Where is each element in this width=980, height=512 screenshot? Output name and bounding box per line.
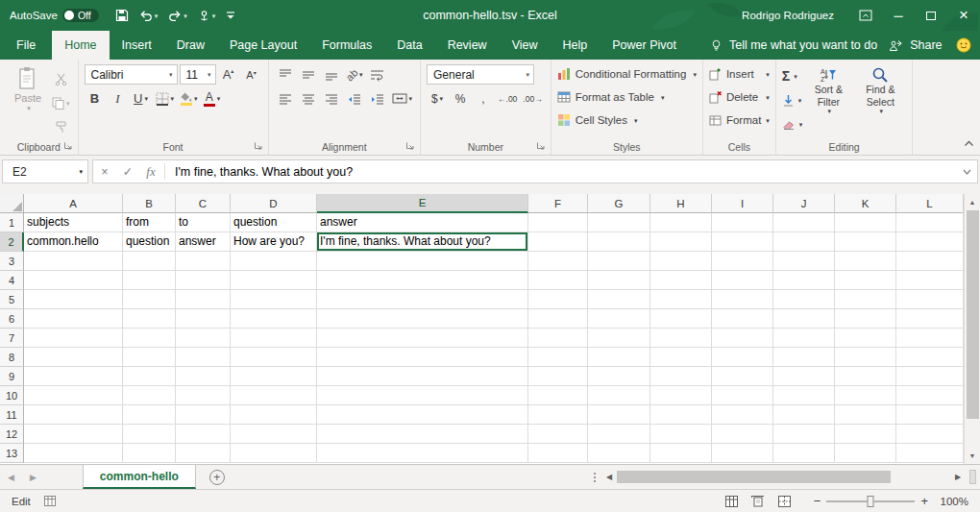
column-header-D[interactable]: D: [231, 194, 317, 213]
cell-C2[interactable]: answer: [176, 232, 231, 252]
zoom-slider[interactable]: [826, 500, 915, 502]
undo-button[interactable]: ▾: [135, 6, 163, 26]
cell-A1[interactable]: subjects: [24, 213, 123, 232]
cell-E4[interactable]: [317, 271, 528, 290]
scroll-up-button[interactable]: ▲: [965, 194, 980, 210]
cell-C7[interactable]: [176, 329, 231, 348]
cell-G2[interactable]: [588, 232, 650, 252]
cell-styles-button[interactable]: Cell Styles ▾: [557, 109, 697, 132]
column-header-I[interactable]: I: [712, 194, 773, 213]
cell-I1[interactable]: [712, 213, 773, 232]
scroll-down-button[interactable]: ▼: [965, 448, 980, 464]
zoom-level[interactable]: 100%: [934, 496, 968, 507]
tab-formulas[interactable]: Formulas: [309, 31, 384, 60]
cell-J6[interactable]: [773, 309, 835, 329]
row-header-11[interactable]: 11: [0, 405, 24, 425]
cell-F2[interactable]: [528, 232, 588, 252]
decrease-decimal-button[interactable]: .00→: [521, 88, 544, 110]
cell-J1[interactable]: [773, 213, 835, 232]
cell-H1[interactable]: [650, 213, 712, 232]
row-header-4[interactable]: 4: [0, 271, 24, 290]
cell-J10[interactable]: [773, 386, 835, 405]
vertical-scrollbar[interactable]: ▲ ▼: [964, 194, 980, 464]
decrease-indent-button[interactable]: [344, 88, 365, 110]
tab-draw[interactable]: Draw: [164, 31, 217, 60]
cell-I7[interactable]: [712, 329, 773, 348]
borders-button[interactable]: ▾: [154, 88, 177, 110]
cell-E10[interactable]: [317, 386, 528, 405]
cell-B6[interactable]: [123, 309, 176, 329]
cell-G8[interactable]: [588, 348, 650, 367]
cancel-entry-button[interactable]: ×: [93, 165, 116, 179]
cell-L10[interactable]: [896, 386, 964, 405]
zoom-slider-thumb[interactable]: [868, 496, 874, 507]
vertical-scroll-track[interactable]: [965, 210, 980, 448]
cell-F5[interactable]: [528, 290, 588, 309]
font-name-select[interactable]: Calibri ▾: [85, 64, 178, 85]
cell-F12[interactable]: [528, 425, 588, 444]
align-right-button[interactable]: [321, 88, 342, 110]
horizontal-scrollbar[interactable]: ◀ ▶: [594, 465, 980, 489]
tab-page-layout[interactable]: Page Layout: [217, 31, 309, 60]
cell-B13[interactable]: [123, 444, 176, 463]
scrollbar-splitter[interactable]: [969, 470, 976, 484]
align-bottom-button[interactable]: [321, 64, 342, 85]
cell-C6[interactable]: [176, 309, 231, 329]
horizontal-scroll-track[interactable]: [617, 471, 950, 483]
cell-A3[interactable]: [24, 252, 123, 271]
percent-format-button[interactable]: %: [450, 88, 471, 110]
cell-J4[interactable]: [773, 271, 835, 290]
page-layout-view-button[interactable]: [747, 494, 769, 509]
cell-G6[interactable]: [588, 309, 650, 329]
cell-D10[interactable]: [231, 386, 317, 405]
tab-split-handle[interactable]: [594, 473, 596, 482]
cell-I3[interactable]: [712, 252, 773, 271]
orientation-button[interactable]: ab▾: [344, 64, 365, 85]
cell-I9[interactable]: [712, 367, 773, 386]
shrink-font-button[interactable]: A▾: [241, 64, 262, 85]
cell-G4[interactable]: [588, 271, 650, 290]
cell-D5[interactable]: [231, 290, 317, 309]
cell-L4[interactable]: [896, 271, 964, 290]
insert-cells-button[interactable]: Insert ▾: [709, 62, 770, 85]
cell-A8[interactable]: [24, 348, 123, 367]
cell-A5[interactable]: [24, 290, 123, 309]
cell-B1[interactable]: from: [123, 213, 176, 232]
cell-G1[interactable]: [588, 213, 650, 232]
cell-A13[interactable]: [24, 444, 123, 463]
cell-J7[interactable]: [773, 329, 835, 348]
cell-L5[interactable]: [896, 290, 964, 309]
cell-F8[interactable]: [528, 348, 588, 367]
cell-B3[interactable]: [123, 252, 176, 271]
cell-A7[interactable]: [24, 329, 123, 348]
close-button[interactable]: ×: [947, 0, 980, 31]
copy-button[interactable]: ▾: [50, 92, 72, 113]
cell-I8[interactable]: [712, 348, 773, 367]
italic-button[interactable]: I: [108, 88, 129, 110]
cell-L7[interactable]: [896, 329, 964, 348]
cell-I6[interactable]: [712, 309, 773, 329]
cell-J3[interactable]: [773, 252, 835, 271]
cell-K10[interactable]: [835, 386, 896, 405]
cell-C11[interactable]: [176, 405, 231, 425]
fill-button[interactable]: ▾: [782, 88, 803, 111]
cell-K7[interactable]: [835, 329, 896, 348]
conditional-formatting-button[interactable]: Conditional Formatting ▾: [557, 62, 697, 85]
next-sheet-button[interactable]: ▶: [22, 465, 44, 489]
previous-sheet-button[interactable]: ◀: [0, 465, 22, 489]
cell-L3[interactable]: [896, 252, 964, 271]
row-header-10[interactable]: 10: [0, 386, 24, 405]
cell-I4[interactable]: [712, 271, 773, 290]
cell-D1[interactable]: question: [231, 213, 317, 232]
cell-F3[interactable]: [528, 252, 588, 271]
cell-B7[interactable]: [123, 329, 176, 348]
cell-I12[interactable]: [712, 425, 773, 444]
column-header-A[interactable]: A: [24, 194, 123, 213]
cell-C12[interactable]: [176, 425, 231, 444]
row-header-7[interactable]: 7: [0, 329, 24, 348]
normal-view-button[interactable]: [722, 494, 742, 509]
column-header-L[interactable]: L: [896, 194, 964, 213]
cut-button[interactable]: [50, 68, 72, 89]
autosave-toggle[interactable]: Off: [62, 9, 99, 22]
sort-filter-button[interactable]: AZ Sort & Filter ▾: [802, 62, 854, 138]
